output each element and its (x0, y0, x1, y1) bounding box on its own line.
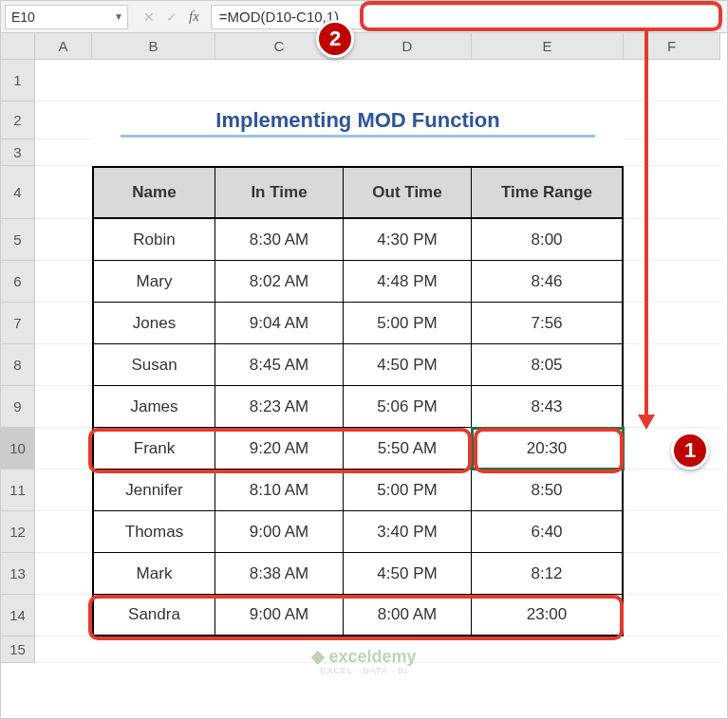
fx-icon[interactable]: fx (189, 9, 199, 25)
cell[interactable] (624, 60, 720, 101)
cell[interactable] (35, 166, 92, 219)
cell[interactable] (92, 60, 215, 101)
cell-name[interactable]: Sandra (92, 595, 215, 636)
cell-out[interactable]: 5:00 PM (344, 470, 472, 511)
cell-name[interactable]: Susan (92, 344, 215, 386)
cell[interactable] (344, 139, 472, 166)
table-header-name[interactable]: Name (92, 166, 215, 219)
cell-out[interactable]: 4:50 PM (344, 344, 472, 386)
cell-out[interactable]: 5:50 AM (344, 428, 472, 470)
row-header-2[interactable]: 2 (1, 101, 35, 139)
table-header-in[interactable]: In Time (215, 166, 344, 219)
cell-name[interactable]: Robin (92, 219, 215, 261)
cell[interactable] (35, 428, 92, 470)
cell-E10-selected[interactable]: 20:30 (472, 428, 624, 470)
cell[interactable] (344, 636, 472, 663)
row-header-6[interactable]: 6 (1, 261, 35, 303)
row-header-7[interactable]: 7 (1, 303, 35, 344)
cell[interactable] (215, 139, 344, 166)
row-header-5[interactable]: 5 (1, 219, 35, 261)
cell-name[interactable]: Frank (92, 428, 215, 470)
col-header-E[interactable]: E (472, 33, 624, 60)
col-header-D[interactable]: D (344, 33, 472, 60)
cell-range[interactable]: 7:56 (472, 303, 624, 344)
cell[interactable] (472, 60, 624, 101)
corner-cell[interactable] (1, 33, 35, 60)
cell[interactable] (35, 219, 92, 261)
cell[interactable] (35, 470, 92, 511)
row-header-15[interactable]: 15 (1, 636, 35, 663)
cell[interactable] (624, 303, 720, 344)
cell[interactable] (624, 470, 720, 511)
row-header-12[interactable]: 12 (1, 511, 35, 553)
cell-name[interactable]: Mark (92, 553, 215, 595)
cell[interactable] (92, 636, 215, 663)
table-header-range[interactable]: Time Range (472, 166, 624, 219)
cell-in[interactable]: 8:38 AM (215, 553, 344, 595)
cell-name[interactable]: Jones (92, 303, 215, 344)
cell[interactable] (35, 386, 92, 428)
cell[interactable] (472, 139, 624, 166)
cell-in[interactable]: 8:02 AM (215, 261, 344, 303)
col-header-B[interactable]: B (92, 33, 215, 60)
cell-name[interactable]: Mary (92, 261, 215, 303)
cell-in[interactable]: 9:00 AM (215, 595, 344, 636)
cell-out[interactable]: 5:00 PM (344, 303, 472, 344)
cell[interactable] (35, 553, 92, 595)
cell[interactable] (624, 636, 720, 663)
cell-out[interactable]: 5:06 PM (344, 386, 472, 428)
cell-out[interactable]: 3:40 PM (344, 511, 472, 553)
cell[interactable] (35, 344, 92, 386)
row-header-14[interactable]: 14 (1, 595, 35, 636)
cell-range[interactable]: 8:12 (472, 553, 624, 595)
row-header-4[interactable]: 4 (1, 166, 35, 219)
row-header-9[interactable]: 9 (1, 386, 35, 428)
row-header-11[interactable]: 11 (1, 470, 35, 511)
cell[interactable] (92, 139, 215, 166)
cell-in[interactable]: 9:04 AM (215, 303, 344, 344)
cell-out[interactable]: 8:00 AM (344, 595, 472, 636)
cell[interactable] (35, 60, 92, 101)
dropdown-arrow-icon[interactable]: ▼ (114, 11, 123, 22)
cell-range[interactable]: 8:43 (472, 386, 624, 428)
cell-range[interactable]: 8:46 (472, 261, 624, 303)
row-header-3[interactable]: 3 (1, 139, 35, 166)
cell-range[interactable]: 6:40 (472, 511, 624, 553)
cell[interactable] (35, 595, 92, 636)
cell[interactable] (624, 595, 720, 636)
cell[interactable] (624, 553, 720, 595)
cell[interactable] (472, 636, 624, 663)
cell-in[interactable]: 8:23 AM (215, 386, 344, 428)
cell[interactable] (624, 166, 720, 219)
cell[interactable] (624, 101, 720, 139)
cell-in[interactable]: 8:30 AM (215, 219, 344, 261)
cell-range[interactable]: 8:05 (472, 344, 624, 386)
cell-name[interactable]: Jennifer (92, 470, 215, 511)
cell-name[interactable]: James (92, 386, 215, 428)
cell[interactable] (35, 511, 92, 553)
cell-in[interactable]: 8:45 AM (215, 344, 344, 386)
cell[interactable] (624, 344, 720, 386)
cell[interactable] (344, 60, 472, 101)
cell[interactable] (624, 219, 720, 261)
name-box[interactable]: E10 ▼ (5, 5, 128, 29)
cancel-icon[interactable]: ✕ (143, 9, 155, 25)
cell[interactable] (35, 139, 92, 166)
cell-in[interactable]: 8:10 AM (215, 470, 344, 511)
cell[interactable] (624, 511, 720, 553)
cell-out[interactable]: 4:30 PM (344, 219, 472, 261)
cell-in[interactable]: 9:20 AM (215, 428, 344, 470)
cell-range[interactable]: 8:50 (472, 470, 624, 511)
cell[interactable] (215, 636, 344, 663)
cell-name[interactable]: Thomas (92, 511, 215, 553)
cell-range[interactable]: 23:00 (472, 595, 624, 636)
cell[interactable] (35, 101, 92, 139)
cell[interactable] (624, 139, 720, 166)
cell-out[interactable]: 4:50 PM (344, 553, 472, 595)
cell[interactable] (624, 261, 720, 303)
col-header-A[interactable]: A (35, 33, 92, 60)
row-header-13[interactable]: 13 (1, 553, 35, 595)
table-header-out[interactable]: Out Time (344, 166, 472, 219)
row-header-1[interactable]: 1 (1, 60, 35, 101)
cell-out[interactable]: 4:48 PM (344, 261, 472, 303)
